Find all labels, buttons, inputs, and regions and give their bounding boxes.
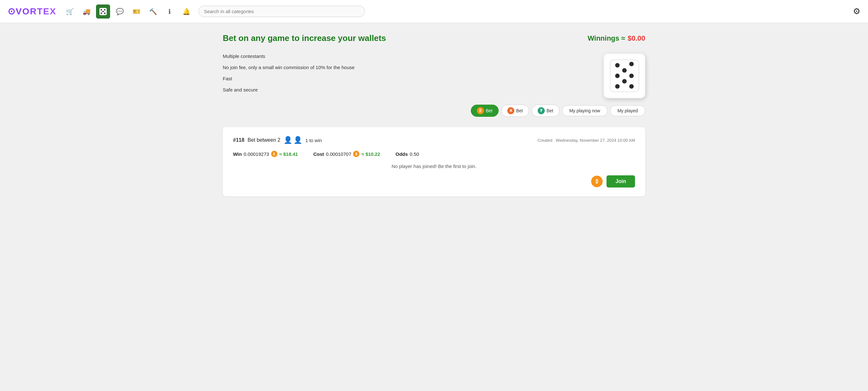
created-date: Wednesday, November 27, 2024 10:00 AM	[556, 138, 635, 143]
win-label: Win	[233, 151, 242, 157]
odds-value: 0.50	[410, 151, 419, 157]
player-icons: 👤 👤	[284, 136, 302, 144]
logo-text: ⊙VORTEX	[8, 6, 56, 17]
tab-usdt-label: Bet	[547, 108, 553, 113]
game-header: #118 Bet between 2 👤 👤 1 to win Created …	[233, 136, 635, 144]
tab-xmr-bet[interactable]: Ӿ Bet	[501, 105, 529, 117]
svg-point-11	[615, 84, 620, 89]
dice-nav-icon[interactable]	[96, 4, 110, 19]
btc-icon: ₿	[477, 107, 484, 114]
search-bar[interactable]	[198, 6, 365, 17]
game-card: #118 Bet between 2 👤 👤 1 to win Created …	[223, 127, 645, 196]
svg-point-1	[101, 9, 102, 10]
dice-container: ₿ Bet Ӿ Bet ₮ Bet My playing now My play…	[471, 54, 645, 117]
win-btc-icon: ₿	[271, 151, 278, 157]
svg-point-5	[104, 9, 105, 10]
to-win-text: 1 to win	[305, 138, 322, 143]
info-icon[interactable]: ℹ	[163, 4, 177, 19]
game-footer: ₿ Join	[233, 175, 635, 188]
winnings-amount: $0.00	[628, 34, 645, 42]
svg-point-2	[102, 10, 104, 12]
auction-icon[interactable]: 🔨	[146, 4, 160, 19]
page-title: Bet on any game to increase your wallets	[223, 33, 386, 43]
game-title: #118 Bet between 2 👤 👤 1 to win	[233, 136, 322, 144]
svg-point-4	[101, 12, 102, 14]
tabs-row: ₿ Bet Ӿ Bet ₮ Bet My playing now My play…	[471, 105, 645, 117]
cost-label: Cost	[313, 151, 324, 157]
svg-point-3	[104, 12, 105, 14]
ticket-icon[interactable]: 🎫	[129, 4, 144, 19]
tab-xmr-label: Bet	[516, 108, 523, 113]
cost-amount: 0.00010707	[326, 151, 351, 157]
features-row: Multiple contestants No join fee, only a…	[223, 54, 645, 117]
created-label: Created	[538, 138, 552, 143]
chat-icon[interactable]: 💬	[113, 4, 127, 19]
main-content: Bet on any game to increase your wallets…	[210, 23, 658, 207]
tab-my-playing-now[interactable]: My playing now	[562, 105, 608, 116]
svg-rect-6	[610, 60, 639, 92]
search-input[interactable]	[198, 6, 365, 17]
svg-point-14	[622, 79, 627, 84]
win-usd: ≈ $18.41	[279, 151, 298, 157]
feature-item: Safe and secure	[223, 87, 354, 93]
logo[interactable]: ⊙VORTEX	[8, 6, 56, 17]
odds-stat: Odds 0.50	[396, 151, 419, 157]
tab-my-played[interactable]: My played	[610, 105, 645, 116]
game-stats: Win 0.00019273 ₿ ≈ $18.41 Cost 0.0001070…	[233, 151, 635, 157]
bell-icon[interactable]: 🔔	[179, 4, 193, 19]
cost-usd: ≈ $10.22	[361, 151, 380, 157]
join-button[interactable]: Join	[607, 175, 635, 188]
tab-btc-label: Bet	[486, 108, 493, 113]
dice-image	[603, 54, 645, 98]
feature-item: Fast	[223, 76, 354, 81]
feature-item: Multiple contestants	[223, 54, 354, 59]
svg-point-10	[629, 74, 634, 78]
svg-point-12	[629, 84, 634, 89]
game-id: #118	[233, 137, 245, 143]
cost-btc-icon: ₿	[353, 151, 360, 157]
top-row: Bet on any game to increase your wallets…	[223, 33, 645, 43]
player-icon-dark: 👤	[293, 136, 302, 144]
cost-stat: Cost 0.00010707 ₿ ≈ $10.22	[313, 151, 380, 157]
svg-point-8	[629, 62, 634, 66]
odds-label: Odds	[396, 151, 408, 157]
features-list: Multiple contestants No join fee, only a…	[223, 54, 354, 93]
feature-item: No join fee, only a small win commission…	[223, 65, 354, 70]
winnings-section: Winnings ≈ $0.00	[588, 34, 645, 42]
no-player-message: No player has joined! Be the first to jo…	[233, 163, 635, 169]
tab-btc-bet[interactable]: ₿ Bet	[471, 105, 499, 117]
svg-point-9	[615, 74, 620, 78]
header: ⊙VORTEX 🛒 🚚 💬 🎫 🔨 ℹ 🔔 ⚙	[0, 0, 868, 23]
cart-icon[interactable]: 🛒	[63, 4, 77, 19]
player-icon-green: 👤	[284, 136, 292, 144]
bet-between-label: Bet between 2	[248, 137, 280, 143]
join-btc-icon: ₿	[591, 176, 603, 187]
win-stat: Win 0.00019273 ₿ ≈ $18.41	[233, 151, 298, 157]
tab-usdt-bet[interactable]: ₮ Bet	[532, 105, 559, 117]
delivery-icon[interactable]: 🚚	[80, 4, 93, 19]
svg-point-13	[622, 68, 627, 73]
settings-icon[interactable]: ⚙	[853, 6, 860, 16]
xmr-icon: Ӿ	[507, 107, 514, 114]
usdt-icon: ₮	[538, 107, 545, 114]
svg-point-7	[615, 63, 620, 67]
created-info: Created Wednesday, November 27, 2024 10:…	[538, 138, 635, 143]
win-amount: 0.00019273	[244, 151, 269, 157]
winnings-label: Winnings ≈	[588, 34, 625, 42]
